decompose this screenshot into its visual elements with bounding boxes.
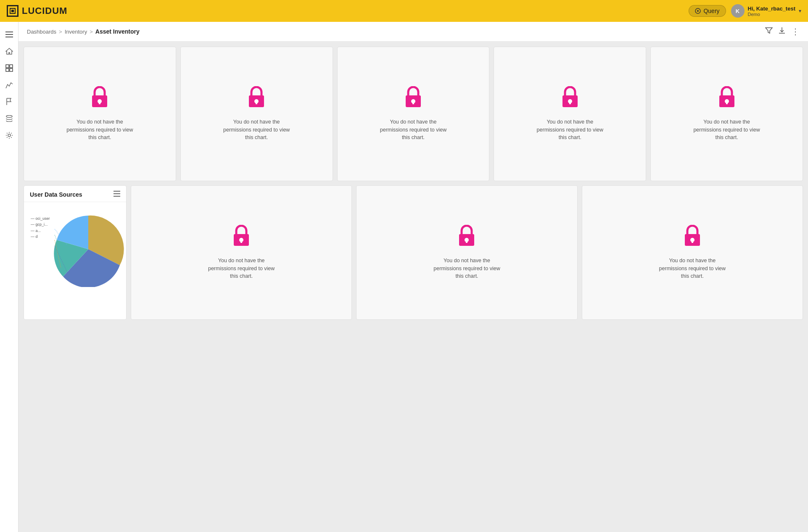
lock-svg-9 [683,225,702,247]
lock-svg-3 [404,86,422,108]
chart-card-1: You do not have the permissions required… [24,47,176,181]
sidebar-item-menu[interactable] [2,27,17,42]
lock-icon-9 [683,225,702,252]
pie-chart-svg [50,211,126,287]
svg-rect-6 [5,37,13,37]
bottom-row: User Data Sources — oci_use [24,185,803,320]
legend-item-gcp: — gcp_i... [31,221,50,227]
svg-rect-18 [256,101,257,104]
main-layout: Dashboards > Inventory > Asset Inventory [0,22,808,532]
lock-icon-5 [718,86,736,113]
breadcrumb-inventory[interactable]: Inventory [65,29,87,35]
sidebar-item-settings[interactable] [2,128,17,143]
svg-rect-24 [569,101,571,104]
sidebar-item-flag[interactable] [2,94,17,109]
svg-rect-10 [10,68,13,71]
grid-icon [5,64,13,72]
breadcrumb-current: Asset Inventory [95,28,140,35]
lock-svg-4 [561,86,579,108]
pie-legend: — oci_user — gcp_i... — a... — d [31,216,50,240]
logo-icon [9,8,16,14]
avatar: K [731,4,745,18]
svg-point-11 [6,116,12,118]
lock-text-9: You do not have the permissions required… [659,257,726,280]
lock-text-4: You do not have the permissions required… [536,118,604,142]
legend-item-oci: — oci_user [31,216,50,221]
svg-rect-4 [5,32,13,32]
user-data-sources-card: User Data Sources — oci_use [24,185,127,320]
lock-icon-2 [247,86,266,113]
list-icon [114,191,120,197]
chart-card-4: You do not have the permissions required… [494,47,646,181]
svg-rect-1 [11,10,14,12]
lock-svg-7 [232,225,251,247]
gear-icon [5,132,13,139]
svg-rect-7 [6,65,9,68]
svg-rect-29 [114,193,120,194]
sidebar-item-home[interactable] [2,44,17,59]
uds-title: User Data Sources [30,191,82,198]
sidebar-item-chart[interactable] [2,77,17,92]
svg-rect-37 [240,240,242,243]
svg-point-12 [8,134,11,137]
uds-header: User Data Sources [24,186,126,202]
breadcrumb: Dashboards > Inventory > Asset Inventory [27,28,140,35]
breadcrumb-actions: ⋮ [765,27,800,36]
menu-icon [5,32,13,37]
user-info: Hi, Kate_rbac_test Demo [748,5,795,17]
svg-rect-28 [114,191,120,192]
logo-text: LUCIDUM [22,5,67,16]
chart-card-3: You do not have the permissions required… [337,47,490,181]
uds-chart-area: — oci_user — gcp_i... — a... — d [24,202,126,319]
breadcrumb-sep1: > [59,29,62,35]
chart-card-5: You do not have the permissions required… [650,47,803,181]
lock-svg-1 [90,86,109,108]
uds-menu-icon[interactable] [114,191,120,198]
sidebar-item-grid[interactable] [2,61,17,76]
breadcrumb-dashboards[interactable]: Dashboards [27,29,56,35]
chart-icon [5,81,13,89]
query-icon [695,8,701,14]
more-options-icon[interactable]: ⋮ [791,27,800,36]
legend-item-a: — a... [31,228,50,234]
svg-rect-21 [412,101,414,104]
content-area: Dashboards > Inventory > Asset Inventory [18,22,808,532]
legend-item-d: — d [31,234,50,240]
download-icon[interactable] [779,27,785,36]
home-icon [5,47,13,55]
flag-icon [6,98,13,105]
breadcrumb-sep2: > [90,29,93,35]
query-button[interactable]: Query [689,5,726,17]
top-header: LUCIDUM Query K Hi, Kate_rbac_test Demo … [0,0,808,22]
sidebar-item-stack[interactable] [2,111,17,126]
lock-icon-4 [561,86,579,113]
stack-icon [5,115,13,122]
svg-rect-30 [114,196,120,197]
svg-rect-8 [10,65,13,68]
header-right: Query K Hi, Kate_rbac_test Demo ▾ [689,4,801,18]
dashboard-scroll: You do not have the permissions required… [18,42,808,532]
svg-rect-40 [466,240,467,243]
sidebar [0,22,18,532]
chart-card-7: You do not have the permissions required… [131,185,352,320]
filter-icon[interactable] [765,27,773,36]
lock-icon-1 [90,86,109,113]
chart-card-9: You do not have the permissions required… [582,185,803,320]
svg-rect-43 [692,240,693,243]
lock-svg-8 [457,225,476,247]
breadcrumb-bar: Dashboards > Inventory > Asset Inventory [18,22,808,42]
logo-area: LUCIDUM [7,5,67,17]
svg-rect-27 [726,101,728,104]
user-menu[interactable]: K Hi, Kate_rbac_test Demo ▾ [731,4,801,18]
top-row: You do not have the permissions required… [24,47,803,181]
lock-text-7: You do not have the permissions required… [208,257,275,280]
svg-rect-5 [5,34,13,35]
lock-svg-2 [247,86,266,108]
lock-text-2: You do not have the permissions required… [223,118,290,142]
chevron-down-icon: ▾ [799,8,801,14]
lock-text-8: You do not have the permissions required… [433,257,500,280]
pie-chart-container: — oci_user — gcp_i... — a... — d [27,207,126,287]
filter-svg [765,27,773,34]
download-svg [779,27,785,34]
chart-card-8: You do not have the permissions required… [356,185,577,320]
